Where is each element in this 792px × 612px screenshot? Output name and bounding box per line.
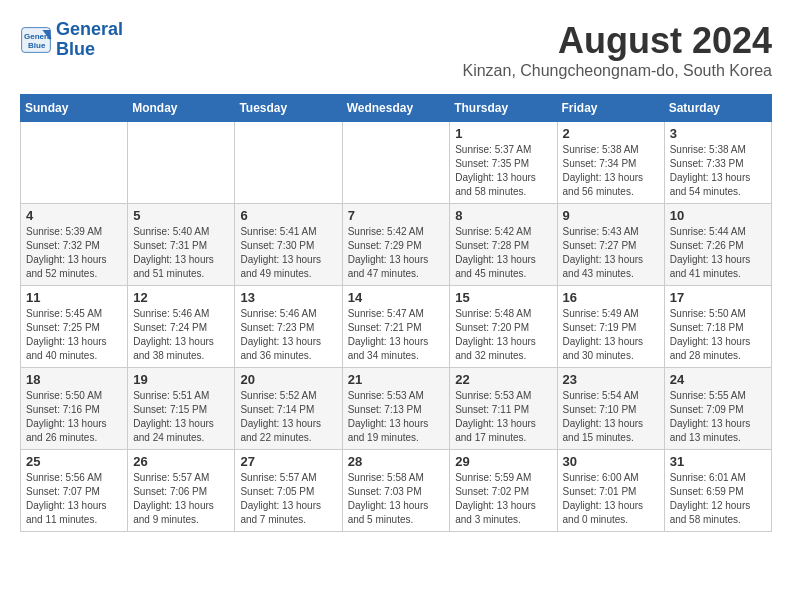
day-number: 7 — [348, 208, 445, 223]
weekday-header-cell: Sunday — [21, 95, 128, 122]
day-detail: Sunrise: 5:56 AMSunset: 7:07 PMDaylight:… — [26, 471, 122, 527]
day-number: 12 — [133, 290, 229, 305]
day-number: 21 — [348, 372, 445, 387]
day-detail: Sunrise: 5:50 AMSunset: 7:16 PMDaylight:… — [26, 389, 122, 445]
day-detail: Sunrise: 5:38 AMSunset: 7:34 PMDaylight:… — [563, 143, 659, 199]
calendar-cell: 17Sunrise: 5:50 AMSunset: 7:18 PMDayligh… — [664, 286, 771, 368]
day-detail: Sunrise: 6:01 AMSunset: 6:59 PMDaylight:… — [670, 471, 766, 527]
calendar-cell: 15Sunrise: 5:48 AMSunset: 7:20 PMDayligh… — [450, 286, 557, 368]
calendar-cell: 11Sunrise: 5:45 AMSunset: 7:25 PMDayligh… — [21, 286, 128, 368]
calendar-cell: 24Sunrise: 5:55 AMSunset: 7:09 PMDayligh… — [664, 368, 771, 450]
calendar-cell: 7Sunrise: 5:42 AMSunset: 7:29 PMDaylight… — [342, 204, 450, 286]
day-detail: Sunrise: 5:53 AMSunset: 7:13 PMDaylight:… — [348, 389, 445, 445]
day-detail: Sunrise: 5:53 AMSunset: 7:11 PMDaylight:… — [455, 389, 551, 445]
calendar-cell: 2Sunrise: 5:38 AMSunset: 7:34 PMDaylight… — [557, 122, 664, 204]
calendar-cell: 20Sunrise: 5:52 AMSunset: 7:14 PMDayligh… — [235, 368, 342, 450]
calendar-cell: 9Sunrise: 5:43 AMSunset: 7:27 PMDaylight… — [557, 204, 664, 286]
day-detail: Sunrise: 5:40 AMSunset: 7:31 PMDaylight:… — [133, 225, 229, 281]
calendar-cell: 28Sunrise: 5:58 AMSunset: 7:03 PMDayligh… — [342, 450, 450, 532]
day-number: 25 — [26, 454, 122, 469]
logo-text-line1: General — [56, 20, 123, 40]
calendar-cell — [235, 122, 342, 204]
day-detail: Sunrise: 5:45 AMSunset: 7:25 PMDaylight:… — [26, 307, 122, 363]
day-number: 30 — [563, 454, 659, 469]
day-number: 29 — [455, 454, 551, 469]
calendar-cell: 1Sunrise: 5:37 AMSunset: 7:35 PMDaylight… — [450, 122, 557, 204]
day-detail: Sunrise: 5:48 AMSunset: 7:20 PMDaylight:… — [455, 307, 551, 363]
day-detail: Sunrise: 5:57 AMSunset: 7:05 PMDaylight:… — [240, 471, 336, 527]
day-number: 9 — [563, 208, 659, 223]
calendar-subtitle: Kinzan, Chungcheongnam-do, South Korea — [462, 62, 772, 80]
calendar-cell: 26Sunrise: 5:57 AMSunset: 7:06 PMDayligh… — [128, 450, 235, 532]
day-number: 26 — [133, 454, 229, 469]
day-detail: Sunrise: 5:44 AMSunset: 7:26 PMDaylight:… — [670, 225, 766, 281]
calendar-body: 1Sunrise: 5:37 AMSunset: 7:35 PMDaylight… — [21, 122, 772, 532]
calendar-cell: 10Sunrise: 5:44 AMSunset: 7:26 PMDayligh… — [664, 204, 771, 286]
weekday-header-cell: Wednesday — [342, 95, 450, 122]
calendar-cell: 25Sunrise: 5:56 AMSunset: 7:07 PMDayligh… — [21, 450, 128, 532]
day-number: 5 — [133, 208, 229, 223]
calendar-title: August 2024 — [462, 20, 772, 62]
day-detail: Sunrise: 5:50 AMSunset: 7:18 PMDaylight:… — [670, 307, 766, 363]
calendar-week-row: 25Sunrise: 5:56 AMSunset: 7:07 PMDayligh… — [21, 450, 772, 532]
day-detail: Sunrise: 5:43 AMSunset: 7:27 PMDaylight:… — [563, 225, 659, 281]
day-detail: Sunrise: 5:42 AMSunset: 7:28 PMDaylight:… — [455, 225, 551, 281]
calendar-cell — [342, 122, 450, 204]
day-detail: Sunrise: 6:00 AMSunset: 7:01 PMDaylight:… — [563, 471, 659, 527]
day-number: 14 — [348, 290, 445, 305]
day-number: 22 — [455, 372, 551, 387]
calendar-week-row: 18Sunrise: 5:50 AMSunset: 7:16 PMDayligh… — [21, 368, 772, 450]
day-number: 31 — [670, 454, 766, 469]
day-detail: Sunrise: 5:58 AMSunset: 7:03 PMDaylight:… — [348, 471, 445, 527]
day-number: 8 — [455, 208, 551, 223]
weekday-header-row: SundayMondayTuesdayWednesdayThursdayFrid… — [21, 95, 772, 122]
day-detail: Sunrise: 5:38 AMSunset: 7:33 PMDaylight:… — [670, 143, 766, 199]
calendar-cell: 3Sunrise: 5:38 AMSunset: 7:33 PMDaylight… — [664, 122, 771, 204]
day-number: 11 — [26, 290, 122, 305]
day-number: 20 — [240, 372, 336, 387]
calendar-cell: 16Sunrise: 5:49 AMSunset: 7:19 PMDayligh… — [557, 286, 664, 368]
day-detail: Sunrise: 5:51 AMSunset: 7:15 PMDaylight:… — [133, 389, 229, 445]
calendar-header: August 2024 Kinzan, Chungcheongnam-do, S… — [462, 20, 772, 80]
calendar-cell: 29Sunrise: 5:59 AMSunset: 7:02 PMDayligh… — [450, 450, 557, 532]
day-detail: Sunrise: 5:55 AMSunset: 7:09 PMDaylight:… — [670, 389, 766, 445]
day-detail: Sunrise: 5:39 AMSunset: 7:32 PMDaylight:… — [26, 225, 122, 281]
calendar-cell — [128, 122, 235, 204]
day-number: 4 — [26, 208, 122, 223]
calendar-table: SundayMondayTuesdayWednesdayThursdayFrid… — [20, 94, 772, 532]
day-detail: Sunrise: 5:42 AMSunset: 7:29 PMDaylight:… — [348, 225, 445, 281]
day-number: 19 — [133, 372, 229, 387]
day-detail: Sunrise: 5:47 AMSunset: 7:21 PMDaylight:… — [348, 307, 445, 363]
weekday-header-cell: Friday — [557, 95, 664, 122]
day-detail: Sunrise: 5:46 AMSunset: 7:24 PMDaylight:… — [133, 307, 229, 363]
day-number: 18 — [26, 372, 122, 387]
day-detail: Sunrise: 5:49 AMSunset: 7:19 PMDaylight:… — [563, 307, 659, 363]
calendar-cell: 5Sunrise: 5:40 AMSunset: 7:31 PMDaylight… — [128, 204, 235, 286]
day-number: 27 — [240, 454, 336, 469]
day-number: 13 — [240, 290, 336, 305]
calendar-week-row: 4Sunrise: 5:39 AMSunset: 7:32 PMDaylight… — [21, 204, 772, 286]
day-detail: Sunrise: 5:37 AMSunset: 7:35 PMDaylight:… — [455, 143, 551, 199]
day-number: 24 — [670, 372, 766, 387]
calendar-cell: 23Sunrise: 5:54 AMSunset: 7:10 PMDayligh… — [557, 368, 664, 450]
calendar-cell: 8Sunrise: 5:42 AMSunset: 7:28 PMDaylight… — [450, 204, 557, 286]
weekday-header-cell: Tuesday — [235, 95, 342, 122]
calendar-cell: 30Sunrise: 6:00 AMSunset: 7:01 PMDayligh… — [557, 450, 664, 532]
logo: General Blue General Blue — [20, 20, 123, 60]
day-number: 10 — [670, 208, 766, 223]
calendar-cell: 19Sunrise: 5:51 AMSunset: 7:15 PMDayligh… — [128, 368, 235, 450]
day-detail: Sunrise: 5:59 AMSunset: 7:02 PMDaylight:… — [455, 471, 551, 527]
day-detail: Sunrise: 5:41 AMSunset: 7:30 PMDaylight:… — [240, 225, 336, 281]
day-number: 2 — [563, 126, 659, 141]
calendar-cell: 22Sunrise: 5:53 AMSunset: 7:11 PMDayligh… — [450, 368, 557, 450]
weekday-header-cell: Thursday — [450, 95, 557, 122]
weekday-header-cell: Saturday — [664, 95, 771, 122]
svg-text:Blue: Blue — [28, 40, 46, 49]
logo-text-line2: Blue — [56, 40, 123, 60]
day-number: 16 — [563, 290, 659, 305]
calendar-cell — [21, 122, 128, 204]
logo-icon: General Blue — [20, 26, 52, 54]
calendar-cell: 6Sunrise: 5:41 AMSunset: 7:30 PMDaylight… — [235, 204, 342, 286]
calendar-cell: 21Sunrise: 5:53 AMSunset: 7:13 PMDayligh… — [342, 368, 450, 450]
day-detail: Sunrise: 5:54 AMSunset: 7:10 PMDaylight:… — [563, 389, 659, 445]
